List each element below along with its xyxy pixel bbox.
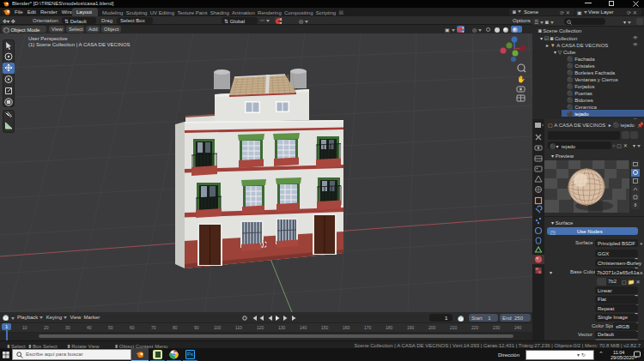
svg-text:✋: ✋ (517, 75, 526, 83)
